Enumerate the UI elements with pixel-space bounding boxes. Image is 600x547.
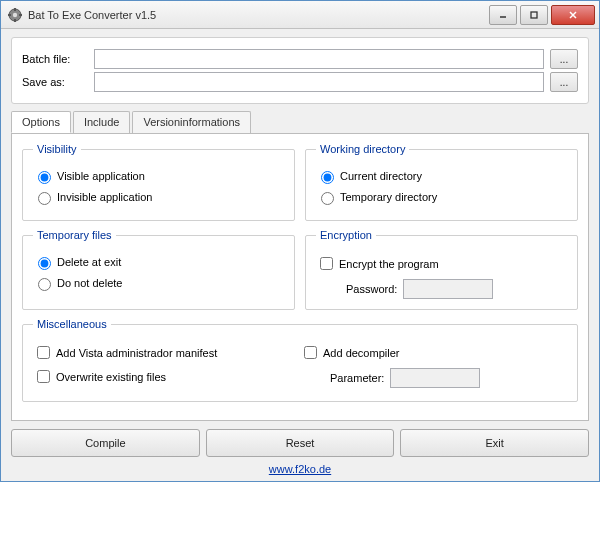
encryption-legend: Encryption <box>316 229 376 241</box>
client-area: Batch file: ... Save as: ... Options Inc… <box>1 29 599 481</box>
batch-file-label: Batch file: <box>22 53 94 65</box>
footer-link[interactable]: www.f2ko.de <box>269 463 331 475</box>
tempfiles-legend: Temporary files <box>33 229 116 241</box>
app-window: Bat To Exe Converter v1.5 Batch file: ..… <box>0 0 600 482</box>
reset-button[interactable]: Reset <box>206 429 395 457</box>
overwrite-label: Overwrite existing files <box>56 371 166 383</box>
decompiler-label: Add decompiler <box>323 347 399 359</box>
workingdir-group: Working directory Current directory Temp… <box>305 143 578 221</box>
svg-point-1 <box>13 12 17 16</box>
tab-versioninfo[interactable]: Versioninformations <box>132 111 251 133</box>
svg-rect-7 <box>531 12 537 18</box>
invisible-app-radio[interactable] <box>38 192 51 205</box>
compile-button[interactable]: Compile <box>11 429 200 457</box>
delete-exit-radio[interactable] <box>38 257 51 270</box>
temp-dir-label: Temporary directory <box>340 191 437 203</box>
manifest-label: Add Vista administrador manifest <box>56 347 217 359</box>
invisible-app-label: Invisible application <box>57 191 152 203</box>
window-controls <box>486 5 595 25</box>
delete-exit-label: Delete at exit <box>57 256 121 268</box>
close-button[interactable] <box>551 5 595 25</box>
visible-app-radio[interactable] <box>38 171 51 184</box>
encryption-group: Encryption Encrypt the program Password: <box>305 229 578 310</box>
batch-file-input[interactable] <box>94 49 544 69</box>
file-panel: Batch file: ... Save as: ... <box>11 37 589 104</box>
visibility-legend: Visibility <box>33 143 81 155</box>
svg-rect-4 <box>8 14 11 16</box>
no-delete-label: Do not delete <box>57 277 122 289</box>
parameter-label: Parameter: <box>330 372 384 384</box>
decompiler-checkbox[interactable] <box>304 346 317 359</box>
tab-bar: Options Include Versioninformations <box>11 111 589 134</box>
encrypt-checkbox[interactable] <box>320 257 333 270</box>
overwrite-checkbox[interactable] <box>37 370 50 383</box>
window-title: Bat To Exe Converter v1.5 <box>28 9 486 21</box>
parameter-input[interactable] <box>390 368 480 388</box>
exit-button[interactable]: Exit <box>400 429 589 457</box>
button-row: Compile Reset Exit <box>11 429 589 457</box>
tempfiles-group: Temporary files Delete at exit Do not de… <box>22 229 295 310</box>
workingdir-legend: Working directory <box>316 143 409 155</box>
save-as-label: Save as: <box>22 76 94 88</box>
save-as-input[interactable] <box>94 72 544 92</box>
current-dir-radio[interactable] <box>321 171 334 184</box>
password-label: Password: <box>346 283 397 295</box>
misc-legend: Miscellaneous <box>33 318 111 330</box>
encrypt-label: Encrypt the program <box>339 258 439 270</box>
no-delete-radio[interactable] <box>38 278 51 291</box>
svg-rect-2 <box>14 8 16 11</box>
tab-include[interactable]: Include <box>73 111 130 133</box>
svg-rect-3 <box>14 19 16 22</box>
temp-dir-radio[interactable] <box>321 192 334 205</box>
maximize-button[interactable] <box>520 5 548 25</box>
footer: www.f2ko.de <box>11 463 589 475</box>
manifest-checkbox[interactable] <box>37 346 50 359</box>
svg-rect-5 <box>19 14 22 16</box>
options-panel: Visibility Visible application Invisible… <box>11 133 589 421</box>
save-browse-button[interactable]: ... <box>550 72 578 92</box>
visibility-group: Visibility Visible application Invisible… <box>22 143 295 221</box>
batch-browse-button[interactable]: ... <box>550 49 578 69</box>
current-dir-label: Current directory <box>340 170 422 182</box>
misc-group: Miscellaneous Add Vista administrador ma… <box>22 318 578 402</box>
app-icon <box>7 7 23 23</box>
minimize-button[interactable] <box>489 5 517 25</box>
password-input[interactable] <box>403 279 493 299</box>
visible-app-label: Visible application <box>57 170 145 182</box>
titlebar: Bat To Exe Converter v1.5 <box>1 1 599 29</box>
tab-options[interactable]: Options <box>11 111 71 133</box>
